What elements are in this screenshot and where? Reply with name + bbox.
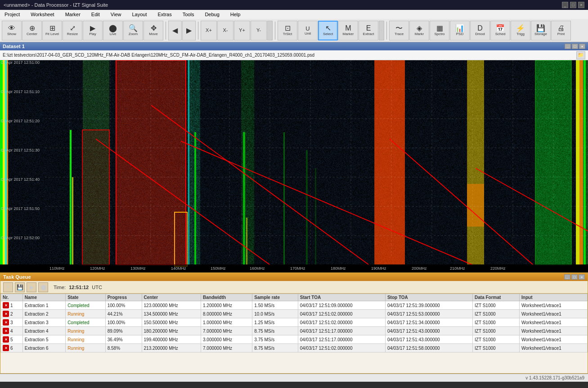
xplus-button[interactable]: X+ [201, 21, 217, 40]
nav-back-button[interactable]: ◀ [168, 21, 182, 40]
close-button[interactable]: × [578, 2, 584, 8]
cell-state: Running [66, 327, 106, 335]
spectrogram-view[interactable]: 03 Apr 2017 12:51:00 03 Apr 2017 12:51:1… [0, 60, 588, 272]
menu-help[interactable]: Help [228, 11, 243, 18]
table-row[interactable]: ✕ 4 Extraction 4 Running 89.09% 180.2000… [1, 327, 588, 335]
maximize-button[interactable]: □ [570, 2, 576, 8]
dataset-window-controls[interactable]: _ □ × [565, 44, 585, 49]
markr-button[interactable]: ◈ Markr [409, 21, 429, 40]
cell-start-toa: 04/03/17 12:51:02.000000 [298, 318, 385, 327]
play-button[interactable]: ▶ Play [83, 21, 103, 40]
sched-button[interactable]: 📅 Sched [490, 21, 510, 40]
dataset-minimize[interactable]: _ [565, 44, 571, 49]
dataset-window: Dataset 1 _ □ × E:\izt testvectors\2017-… [0, 42, 588, 272]
filepath-browse-button[interactable]: 📁 [576, 51, 585, 59]
menu-extras[interactable]: Extras [155, 11, 175, 18]
center-button[interactable]: ⊕ Center [22, 21, 42, 40]
yminus-button[interactable]: Y- [251, 21, 267, 40]
live-button[interactable]: ⬤ Live [103, 21, 123, 40]
extract-button[interactable]: E Extract [359, 21, 378, 40]
cell-nr: ✕ 5 [1, 335, 23, 344]
print-button[interactable]: 🖨 Print [551, 21, 571, 40]
dataset-close[interactable]: × [579, 44, 585, 49]
cell-input: Worksheet1/vtrace1 [520, 318, 588, 327]
sched-icon: 📅 [496, 25, 505, 32]
xy-dropdown[interactable]: ▼ [267, 21, 273, 40]
cell-bandwidth: 7.000000 MHz [201, 344, 252, 352]
table-row[interactable]: ✕ 5 Extraction 5 Running 36.49% 199.4000… [1, 335, 588, 344]
menu-project[interactable]: Project [2, 11, 22, 18]
psd-button[interactable]: 📊 PSD [450, 21, 470, 40]
nav-forward-button[interactable]: ▶ [182, 21, 196, 40]
marker-button[interactable]: M Marker [338, 21, 358, 40]
taskqueue-minimize[interactable]: _ [564, 274, 570, 280]
menu-edit[interactable]: Edit [89, 11, 103, 18]
dmod-button[interactable]: D Dmod [470, 21, 490, 40]
dataset-maximize[interactable]: □ [572, 44, 578, 49]
zoom-button[interactable]: 🔍 Zoom [123, 21, 143, 40]
trace-button[interactable]: 〜 Trace [389, 21, 409, 40]
cell-center: 213.200000 MHz [142, 344, 201, 352]
move-button[interactable]: ✥ Move [144, 21, 163, 40]
table-row[interactable]: ✕ 3 Extraction 3 Completed 100.00% 150.5… [1, 318, 588, 327]
cell-input: Worksheet1/vtrace1 [520, 327, 588, 335]
cell-data-format: IZT S1000 [473, 301, 520, 310]
spctro-button[interactable]: ▦ Spctro [430, 21, 449, 40]
xminus-button[interactable]: X- [217, 21, 233, 40]
cell-state: Completed [66, 318, 106, 327]
cell-progress: 36.49% [105, 335, 142, 344]
extract-dropdown[interactable]: ▼ [379, 21, 384, 40]
cell-samplerate: 1.50 MS/s [252, 301, 298, 310]
cell-name: Extraction 5 [22, 335, 65, 344]
psd-icon: 📊 [455, 25, 464, 32]
trslct-button[interactable]: ⊡ TrSlct [278, 21, 297, 40]
taskqueue-time-display: Time: 12:51:12 UTC [54, 285, 102, 290]
table-row[interactable]: ✕ 6 Extraction 6 Running 8.58% 213.20000… [1, 344, 588, 352]
col-header-center: Center [142, 294, 201, 301]
minimize-button[interactable]: _ [562, 2, 568, 8]
trigg-button[interactable]: ⚡ Trigg [511, 21, 530, 40]
select-icon: ↖ [325, 25, 331, 32]
window-controls[interactable]: _ □ × [562, 2, 584, 8]
table-row[interactable]: ✕ 2 Extraction 2 Running 44.21% 134.5000… [1, 310, 588, 318]
menu-debug[interactable]: Debug [202, 11, 222, 18]
fitlevel-button[interactable]: ⊞ Fit Level [42, 21, 62, 40]
cell-nr: ✕ 6 [1, 344, 23, 352]
taskqueue-close[interactable]: × [579, 274, 585, 280]
freq-label-210: 210MHz [450, 266, 465, 271]
select-button[interactable]: ↖ Select [318, 21, 338, 40]
row-indicator: ✕ [3, 311, 9, 317]
dataset-titlebar: Dataset 1 _ □ × [0, 42, 588, 50]
menu-worksheet[interactable]: Worksheet [28, 11, 57, 18]
move-icon: ✥ [151, 25, 157, 32]
cell-input: Worksheet1/vtrace1 [520, 310, 588, 318]
freq-label-220: 220MHz [490, 266, 506, 271]
menu-marker[interactable]: Marker [63, 11, 83, 18]
menu-view[interactable]: View [108, 11, 124, 18]
cell-name: Extraction 1 [22, 301, 65, 310]
table-row[interactable]: ✕ 1 Extraction 1 Completed 100.00% 123.0… [1, 301, 588, 310]
live-icon: ⬤ [109, 25, 117, 32]
taskqueue-controls[interactable]: _ □ × [564, 274, 585, 280]
cell-state: Running [66, 310, 106, 318]
cell-samplerate: 1.25 MS/s [252, 318, 298, 327]
col-header-samplerate: Sample rate [252, 294, 298, 301]
cell-state: Completed [66, 301, 106, 310]
version-label: v 1.43.15228.171-g30b521a9 [525, 375, 584, 380]
show-button[interactable]: 👁 Show [2, 21, 22, 40]
tq-save-button[interactable]: 💾 [15, 282, 25, 292]
unit-button[interactable]: U Unit [298, 21, 318, 40]
tq-add-button[interactable]: + [3, 282, 13, 292]
resize-button[interactable]: ⤢ Resize [63, 21, 82, 40]
cell-center: 180.200000 MHz [142, 327, 201, 335]
tq-play-button[interactable]: ▶ [27, 282, 36, 292]
cell-data-format: IZT S1000 [473, 344, 520, 352]
tq-stop-button[interactable]: ⬤ [38, 282, 48, 292]
taskqueue-maximize[interactable]: □ [571, 274, 578, 280]
task-table-container[interactable]: Nr. Name State Progress Center Bandwidth… [0, 294, 588, 352]
menu-tools[interactable]: Tools [180, 11, 197, 18]
storage-button[interactable]: 💾 Storage [531, 21, 551, 40]
menu-layout[interactable]: Layout [129, 11, 149, 18]
yplus-button[interactable]: Y+ [234, 21, 250, 40]
cell-center: 199.400000 MHz [142, 335, 201, 344]
